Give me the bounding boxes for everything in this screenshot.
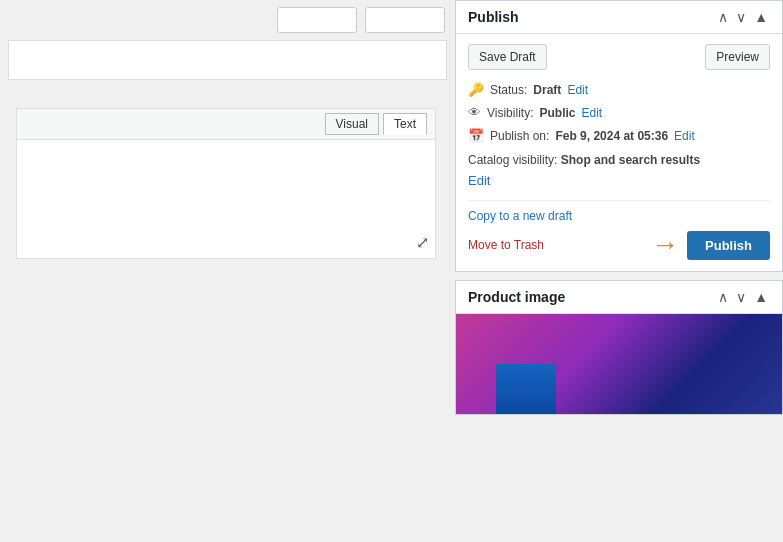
move-trash-link[interactable]: Move to Trash — [468, 238, 544, 252]
product-image-down[interactable]: ∨ — [734, 290, 748, 304]
visibility-value: Public — [539, 106, 575, 120]
publish-bottom-row: Move to Trash → Publish — [468, 229, 770, 261]
product-image-shape — [496, 364, 556, 414]
status-edit-link[interactable]: Edit — [567, 83, 588, 97]
spacer — [0, 88, 455, 108]
catalog-value: Shop and search results — [561, 153, 700, 167]
editor-toolbar: Visual Text — [16, 108, 436, 139]
status-value: Draft — [533, 83, 561, 97]
top-button-1[interactable] — [277, 7, 357, 33]
publish-panel-body: Save Draft Preview 🔑 Status: Draft Edit … — [456, 34, 782, 271]
product-image-preview — [456, 314, 782, 414]
status-label: Status: — [490, 83, 527, 97]
calendar-icon: 📅 — [468, 128, 484, 143]
right-panel: Publish ∧ ∨ ▲ Save Draft Preview 🔑 Statu… — [455, 0, 783, 542]
product-image-close[interactable]: ▲ — [752, 290, 770, 304]
editor-area[interactable]: ⤢ — [16, 139, 436, 259]
visibility-edit-link[interactable]: Edit — [581, 106, 602, 120]
key-icon: 🔑 — [468, 82, 484, 97]
product-image-controls: ∧ ∨ ▲ — [716, 290, 770, 304]
product-image-header: Product image ∧ ∨ ▲ — [456, 281, 782, 314]
publish-button[interactable]: Publish — [687, 231, 770, 260]
publish-right: → Publish — [651, 229, 770, 261]
save-draft-button[interactable]: Save Draft — [468, 44, 547, 70]
eye-icon: 👁 — [468, 105, 481, 120]
publish-panel-close[interactable]: ▲ — [752, 10, 770, 24]
copy-draft-link[interactable]: Copy to a new draft — [468, 209, 770, 223]
publish-panel-up[interactable]: ∧ — [716, 10, 730, 24]
publish-panel: Publish ∧ ∨ ▲ Save Draft Preview 🔑 Statu… — [455, 0, 783, 272]
publish-on-edit-link[interactable]: Edit — [674, 129, 695, 143]
visibility-label: Visibility: — [487, 106, 533, 120]
status-row: 🔑 Status: Draft Edit — [468, 82, 770, 97]
publish-panel-header: Publish ∧ ∨ ▲ — [456, 1, 782, 34]
product-image-panel: Product image ∧ ∨ ▲ — [455, 280, 783, 415]
product-image-up[interactable]: ∧ — [716, 290, 730, 304]
preview-button[interactable]: Preview — [705, 44, 770, 70]
publish-action-row: Save Draft Preview — [468, 44, 770, 70]
catalog-label: Catalog visibility: — [468, 153, 557, 167]
top-button-2[interactable] — [365, 7, 445, 33]
top-bar — [0, 0, 455, 40]
publish-on-row: 📅 Publish on: Feb 9, 2024 at 05:36 Edit — [468, 128, 770, 143]
visibility-row: 👁 Visibility: Public Edit — [468, 105, 770, 120]
catalog-edit-link[interactable]: Edit — [468, 173, 770, 188]
publish-on-value: Feb 9, 2024 at 05:36 — [555, 129, 668, 143]
publish-panel-title: Publish — [468, 9, 519, 25]
publish-panel-down[interactable]: ∨ — [734, 10, 748, 24]
fullscreen-icon[interactable]: ⤢ — [416, 233, 429, 252]
publish-panel-controls: ∧ ∨ ▲ — [716, 10, 770, 24]
product-image-title: Product image — [468, 289, 565, 305]
arrow-icon: → — [651, 229, 679, 261]
text-tab[interactable]: Text — [383, 113, 427, 135]
title-input[interactable] — [17, 53, 438, 68]
visual-tab[interactable]: Visual — [325, 113, 379, 135]
catalog-row: Catalog visibility: Shop and search resu… — [468, 151, 770, 169]
publish-on-label: Publish on: — [490, 129, 549, 143]
divider — [468, 200, 770, 201]
left-panel: Visual Text ⤢ — [0, 0, 455, 542]
